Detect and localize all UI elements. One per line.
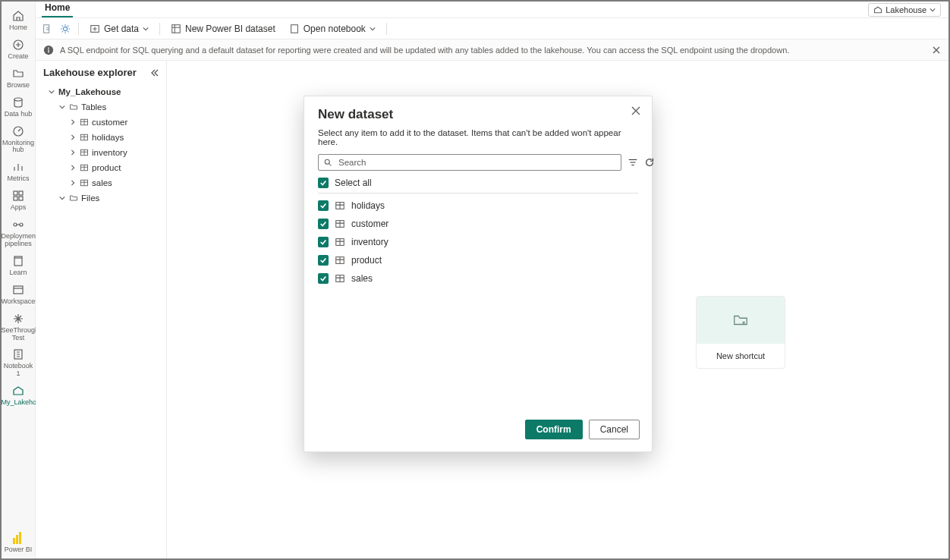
tree-table-customer[interactable]: customer — [39, 115, 163, 130]
rail-item-monitoring-hub[interactable]: Monitoring hub — [2, 120, 36, 156]
tree-root-my-lakehouse[interactable]: My_Lakehouse — [39, 84, 163, 99]
new-shortcut-card[interactable]: New shortcut — [696, 296, 785, 369]
database-icon — [2, 96, 36, 109]
rail-item-create[interactable]: Create — [2, 33, 36, 62]
tree-table-inventory[interactable]: inventory — [39, 145, 163, 160]
tree-table-holidays[interactable]: holidays — [39, 130, 163, 145]
rail-item-workspaces[interactable]: Workspaces — [2, 278, 36, 307]
rail-item-seethrough-test[interactable]: SeeThrough Test — [2, 307, 36, 344]
apps-icon — [2, 189, 36, 203]
svg-rect-10 — [14, 286, 23, 294]
dialog-close-button[interactable] — [631, 105, 641, 116]
item-label: sales — [351, 273, 373, 284]
tree-files-folder[interactable]: Files — [39, 190, 163, 206]
svg-point-16 — [63, 27, 67, 30]
dataset-item-product[interactable]: product — [318, 251, 638, 269]
tree-table-sales[interactable]: sales — [39, 175, 163, 190]
tab-bar: Home Lakehouse — [36, 2, 948, 18]
workspace-icon — [2, 283, 36, 297]
table-icon — [335, 255, 345, 266]
rail-label: Create — [2, 53, 36, 61]
dataset-icon — [171, 24, 181, 34]
svg-rect-12 — [13, 538, 15, 544]
rail-item-notebook-1[interactable]: Notebook 1 — [2, 343, 36, 379]
monitor-icon — [2, 124, 36, 138]
item-label: inventory — [351, 237, 388, 247]
open-notebook-label: Open notebook — [304, 24, 366, 34]
rail-label: Home — [2, 24, 36, 32]
rail-label: Power BI — [2, 546, 36, 554]
checkbox-checked[interactable] — [318, 178, 329, 188]
chevron-right-icon — [69, 165, 77, 171]
shortcut-label: New shortcut — [716, 351, 765, 360]
open-notebook-button[interactable]: Open notebook — [286, 22, 379, 36]
confirm-button[interactable]: Confirm — [525, 420, 583, 439]
table-icon — [335, 273, 345, 284]
svg-point-7 — [14, 223, 17, 226]
tab-home[interactable]: Home — [42, 2, 73, 17]
dataset-item-inventory[interactable]: inventory — [318, 233, 638, 251]
dialog-subtitle: Select any item to add it to the dataset… — [304, 125, 652, 154]
mode-dropdown[interactable]: Lakehouse — [868, 3, 941, 17]
table-icon — [335, 219, 345, 229]
plus-circle-icon — [2, 38, 36, 52]
refresh-icon[interactable] — [644, 157, 655, 168]
rail-item-deployment-pipelines[interactable]: Deployment pipelines — [2, 213, 36, 250]
svg-rect-13 — [16, 535, 18, 544]
svg-rect-6 — [19, 197, 23, 200]
svg-point-21 — [48, 47, 49, 49]
svg-rect-5 — [14, 197, 17, 200]
svg-rect-22 — [48, 49, 49, 52]
mode-label: Lakehouse — [886, 5, 926, 14]
tree-table-product[interactable]: product — [39, 160, 163, 175]
explorer-title: Lakehouse explorer — [43, 67, 137, 78]
rail-item-my-lakehouse[interactable]: My_Lakehouse — [2, 379, 36, 408]
new-dataset-button[interactable]: New Power BI dataset — [168, 22, 278, 36]
rail-label: SeeThrough Test — [2, 327, 36, 342]
checkbox-checked[interactable] — [318, 200, 329, 211]
checkbox-checked[interactable] — [318, 219, 329, 229]
collapse-panel-icon[interactable] — [149, 68, 159, 77]
rail-item-browse[interactable]: Browse — [2, 62, 36, 91]
tree-tables-folder[interactable]: Tables — [39, 99, 163, 115]
get-data-button[interactable]: Get data — [87, 22, 152, 36]
item-label: holidays — [351, 200, 385, 211]
dataset-item-sales[interactable]: sales — [318, 269, 638, 288]
rail-item-home[interactable]: Home — [2, 5, 36, 33]
rail-item-apps[interactable]: Apps — [2, 184, 36, 213]
dataset-item-holidays[interactable]: holidays — [318, 197, 638, 215]
rail-item-data-hub[interactable]: Data hub — [2, 91, 36, 120]
svg-rect-4 — [19, 191, 23, 195]
search-box[interactable] — [318, 154, 621, 171]
toolbar: Get data New Power BI dataset Open noteb… — [36, 18, 948, 39]
table-icon — [80, 178, 89, 187]
info-close-button[interactable] — [932, 46, 941, 55]
search-input[interactable] — [337, 157, 616, 168]
filter-icon[interactable] — [628, 157, 638, 168]
pipeline-icon — [2, 218, 36, 231]
svg-rect-19 — [291, 24, 297, 33]
dataset-item-customer[interactable]: customer — [318, 215, 638, 233]
checkbox-checked[interactable] — [318, 237, 329, 247]
checkbox-checked[interactable] — [318, 273, 329, 284]
lakehouse-icon — [2, 384, 36, 398]
metrics-icon — [2, 160, 36, 174]
chevron-down-icon — [58, 195, 66, 201]
rail-label: Apps — [2, 204, 36, 212]
get-data-label: Get data — [104, 24, 139, 34]
svg-rect-3 — [14, 191, 17, 195]
svg-rect-18 — [172, 24, 181, 33]
rail-item-learn[interactable]: Learn — [2, 250, 36, 278]
rail-item-metrics[interactable]: Metrics — [2, 156, 36, 184]
sparkle-icon — [2, 312, 36, 326]
settings-gear-icon[interactable] — [60, 24, 71, 34]
new-file-icon[interactable] — [42, 24, 52, 34]
chevron-down-icon — [930, 7, 936, 13]
select-all-row[interactable]: Select all — [318, 175, 638, 193]
checkbox-checked[interactable] — [318, 255, 329, 266]
rail-power-bi[interactable]: Power BI — [2, 527, 36, 558]
cancel-button[interactable]: Cancel — [589, 420, 640, 439]
table-icon — [335, 237, 345, 247]
get-data-icon — [90, 24, 100, 34]
rail-label: Workspaces — [2, 298, 36, 306]
